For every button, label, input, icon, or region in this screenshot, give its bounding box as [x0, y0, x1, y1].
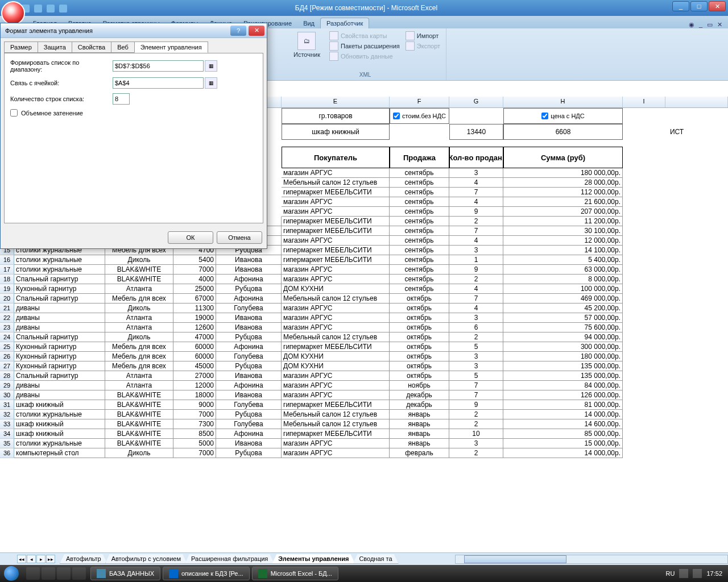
range-input[interactable] — [113, 60, 204, 72]
table-row[interactable]: 17 столики журнальные BLAK&WHITE 7000 Ив… — [0, 265, 728, 275]
close-button[interactable]: ✕ — [709, 1, 726, 11]
dialog-tab-web[interactable]: Веб — [111, 41, 135, 53]
quick-launch[interactable] — [23, 567, 89, 580]
quick-access-toolbar[interactable] — [22, 5, 67, 13]
table-row[interactable]: 35 столики журнальные BLAK&WHITE 5000 Ив… — [0, 439, 728, 448]
tray-volume-icon[interactable] — [693, 569, 702, 578]
col-H[interactable]: H — [503, 97, 623, 107]
price-checkbox-cell: цена с НДС — [503, 108, 623, 124]
sheet-nav[interactable]: ◂◂◂▸▸▸ — [17, 555, 55, 563]
table-row[interactable]: 36 компьютерный стол Диколь 7000 Рубцова… — [0, 448, 728, 458]
table-row[interactable]: 26 Кухонный гарнитур Мебель для всех 600… — [0, 352, 728, 361]
table-row[interactable]: 34 шкаф книжный BLAK&WHITE 8500 Афонина … — [0, 429, 728, 439]
dialog-tab-control[interactable]: Элемент управления — [134, 41, 208, 53]
value-h: 6608 — [503, 124, 623, 140]
tab-view[interactable]: Вид — [297, 18, 320, 28]
link-ref-button[interactable]: ▦ — [205, 77, 217, 89]
dialog-tab-properties[interactable]: Свойства — [72, 41, 111, 53]
table-row[interactable]: 16 столики журнальные Диколь 5400 Иванов… — [0, 255, 728, 265]
import-button[interactable]: Импорт — [406, 31, 440, 41]
lang-indicator[interactable]: RU — [666, 570, 675, 577]
shade-label: Объемное затенение — [21, 110, 83, 117]
header-sum: Сумма (руб) — [503, 147, 623, 168]
table-row[interactable]: 20 Спальный гарнитур Мебель для всех 670… — [0, 294, 728, 304]
help-icon[interactable]: ◉ — [689, 21, 694, 28]
sheet-tab-advanced-filter[interactable]: Расширенная фильтрация — [185, 554, 274, 564]
table-row[interactable]: 19 Кухонный гарнитур Атланта 25000 Рубцо… — [0, 284, 728, 294]
taskbar-btn-2[interactable]: описание к БДЗ [Ре... — [163, 567, 250, 580]
taskbar-btn-1[interactable]: БАЗА ДАННЫХ — [90, 567, 160, 580]
ribbon-group-xml: 🗂Источник Свойства карты Пакеты расширен… — [284, 28, 446, 80]
clock[interactable]: 17:52 — [706, 570, 722, 577]
system-tray: RU 17:52 — [666, 569, 728, 578]
table-row[interactable]: 25 Кухонный гарнитур Мебель для всех 600… — [0, 342, 728, 352]
table-row[interactable]: 29 диваны Атланта 12000 Афонина магазин … — [0, 381, 728, 390]
office-button[interactable] — [1, 1, 25, 25]
table-row[interactable]: 24 Спальный гарнитур Диколь 47000 Рубцов… — [0, 332, 728, 342]
maximize-button[interactable]: □ — [690, 1, 708, 11]
cost-checkbox-cell: стоим.без НДС — [390, 108, 449, 124]
dialog-tabs: Размер Защита Свойства Веб Элемент управ… — [1, 38, 267, 53]
table-row[interactable]: 27 Кухонный гарнитур Мебель для всех 450… — [0, 361, 728, 371]
link-input[interactable] — [113, 77, 204, 89]
dialog-tab-protection[interactable]: Защита — [38, 41, 72, 53]
map-props-button[interactable]: Свойства карты — [329, 31, 400, 41]
ribbon-restore-icon[interactable]: ▭ — [707, 21, 713, 28]
header-buyer: Покупатель — [282, 147, 390, 168]
cost-novnds-checkbox[interactable] — [393, 113, 400, 119]
sheet-tab-pivot[interactable]: Сводная та — [353, 554, 398, 564]
table-row[interactable]: 22 диваны Атланта 19000 Иванова магазин … — [0, 313, 728, 323]
table-row[interactable]: 31 шкаф книжный BLAK&WHITE 9000 Голубева… — [0, 400, 728, 410]
table-row[interactable]: 32 столики журнальные BLAK&WHITE 7000 Ру… — [0, 410, 728, 419]
ok-button[interactable]: ОК — [168, 231, 213, 244]
ribbon-minimize-icon[interactable]: _ — [699, 21, 702, 28]
goods-label: гр.товаров — [282, 108, 390, 124]
expansion-packs-button[interactable]: Пакеты расширения — [329, 41, 400, 51]
range-ref-button[interactable]: ▦ — [205, 60, 217, 72]
minimize-button[interactable]: _ — [672, 1, 689, 11]
table-row[interactable]: 18 Спальный гарнитур BLAK&WHITE 4000 Афо… — [0, 275, 728, 284]
range-label: Формировать список по диапазону: — [10, 59, 113, 73]
start-button[interactable] — [0, 565, 23, 582]
dialog-body: Формировать список по диапазону: ▦ Связь… — [4, 53, 263, 223]
sheet-tab-autofilter-cond[interactable]: Автофильтр с условием — [105, 554, 187, 564]
table-row[interactable]: 28 Спальный гарнитур Атланта 27000 Ивано… — [0, 371, 728, 381]
value-g: 13440 — [449, 124, 503, 140]
ribbon-close-icon[interactable]: ✕ — [717, 21, 722, 28]
title-bar: БД4 [Режим совместимости] - Microsoft Ex… — [0, 0, 728, 16]
horizontal-scrollbar[interactable] — [455, 555, 728, 564]
shade-checkbox[interactable] — [10, 109, 18, 117]
table-row[interactable]: 21 диваны Диколь 11300 Голубева магазин … — [0, 304, 728, 313]
cancel-button[interactable]: Отмена — [217, 231, 262, 244]
header-sale: Продажа — [390, 147, 449, 168]
col-I[interactable]: I — [623, 97, 665, 107]
export-button[interactable]: Экспорт — [406, 41, 440, 51]
ribbon-group-label: XML — [290, 72, 440, 78]
table-row[interactable]: 30 диваны BLAK&WHITE 18000 Иванова магаз… — [0, 390, 728, 400]
col-G[interactable]: G — [449, 97, 503, 107]
link-label: Связь с ячейкой: — [10, 80, 113, 86]
header-qty: Кол-во продан. — [449, 147, 503, 168]
sheet-tab-autofilter[interactable]: Автофильтр — [60, 554, 107, 564]
dialog-tab-size[interactable]: Размер — [4, 41, 38, 53]
dialog-help-button[interactable]: ? — [230, 26, 246, 36]
dialog-titlebar[interactable]: Формат элемента управления ? ✕ — [1, 23, 267, 38]
tab-developer[interactable]: Разработчик — [320, 18, 369, 28]
price-vat-checkbox[interactable] — [541, 113, 548, 119]
refresh-data-button[interactable]: Обновить данные — [329, 51, 400, 61]
ist-label: ИСТ — [665, 124, 688, 140]
table-row[interactable]: 23 диваны Атланта 12600 Иванова магазин … — [0, 323, 728, 332]
sheet-tab-controls[interactable]: Элементы управления — [272, 554, 355, 564]
sheet-tabs: ◂◂◂▸▸▸ Автофильтр Автофильтр с условием … — [0, 552, 728, 565]
dialog-close-button[interactable]: ✕ — [249, 26, 264, 36]
tray-icon[interactable] — [679, 569, 688, 578]
format-control-dialog: Формат элемента управления ? ✕ Размер За… — [0, 23, 267, 249]
source-button[interactable]: 🗂Источник — [290, 31, 324, 61]
col-F[interactable]: F — [390, 97, 449, 107]
dialog-title: Формат элемента управления — [5, 27, 93, 34]
table-row[interactable]: 33 шкаф книжный BLAK&WHITE 7300 Голубева… — [0, 419, 728, 429]
rows-input[interactable] — [113, 93, 130, 105]
col-E[interactable]: E — [282, 97, 390, 107]
taskbar-btn-3[interactable]: Microsoft Excel - БД... — [252, 567, 338, 580]
window-title: БД4 [Режим совместимости] - Microsoft Ex… — [295, 4, 437, 12]
